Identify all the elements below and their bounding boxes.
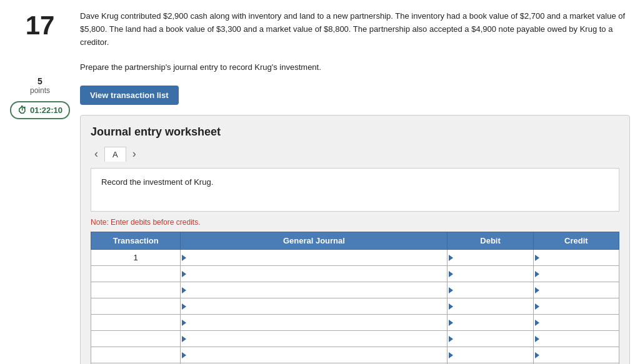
points-label: points [30, 86, 50, 95]
credit-cell[interactable] [533, 315, 619, 331]
debit-marker [449, 271, 453, 277]
indent-marker [182, 303, 186, 310]
problem-text: Dave Krug contributed $2,900 cash along … [80, 10, 630, 49]
debit-marker [449, 320, 453, 326]
general-journal-cell[interactable] [181, 331, 448, 347]
credit-cell[interactable] [533, 250, 619, 266]
timer-badge: ⏱ 01:22:10 [10, 101, 70, 119]
timer-icon: ⏱ [18, 105, 27, 116]
credit-cell[interactable] [533, 331, 619, 347]
general-journal-cell[interactable] [181, 266, 448, 282]
prepare-text: Prepare the partnership's journal entry … [80, 62, 630, 72]
transaction-cell [91, 282, 181, 298]
general-journal-cell[interactable] [181, 298, 448, 315]
credit-marker [535, 271, 539, 277]
table-row [91, 331, 619, 347]
debit-marker [449, 303, 453, 310]
debit-cell[interactable] [448, 347, 533, 363]
col-header-general-journal: General Journal [181, 232, 448, 250]
debit-marker [449, 352, 453, 358]
indent-marker [182, 255, 186, 261]
question-number: 17 [26, 12, 55, 39]
debit-cell[interactable] [448, 298, 533, 315]
worksheet-panel: Journal entry worksheet ‹ A › Record the… [80, 115, 630, 364]
credit-marker [535, 320, 539, 326]
debit-cell[interactable] [448, 331, 533, 347]
transaction-cell: 1 [91, 250, 181, 266]
indent-marker [182, 352, 186, 358]
debit-marker [449, 336, 453, 342]
indent-marker [182, 271, 186, 277]
credit-marker [535, 352, 539, 358]
table-row [91, 315, 619, 331]
timer-value: 01:22:10 [30, 106, 62, 115]
credit-marker [535, 255, 539, 261]
main-content: Dave Krug contributed $2,900 cash along … [80, 10, 630, 364]
points-value: 5 [30, 76, 50, 86]
credit-cell[interactable] [533, 298, 619, 315]
transaction-cell [91, 298, 181, 315]
debit-marker [449, 287, 453, 293]
note-text: Note: Enter debits before credits. [91, 218, 619, 227]
table-row [91, 266, 619, 282]
general-journal-cell[interactable] [181, 282, 448, 298]
points-section: 5 points [30, 76, 50, 95]
indent-marker [182, 336, 186, 342]
col-header-credit: Credit [533, 232, 619, 250]
col-header-transaction: Transaction [91, 232, 181, 250]
debit-cell[interactable] [448, 266, 533, 282]
transaction-cell [91, 347, 181, 363]
general-journal-cell[interactable] [181, 250, 448, 266]
table-row [91, 282, 619, 298]
indent-marker [182, 287, 186, 293]
credit-cell[interactable] [533, 282, 619, 298]
tab-navigation: ‹ A › [91, 146, 619, 162]
instruction-text: Record the investment of Krug. [101, 177, 213, 187]
nav-next-arrow[interactable]: › [129, 146, 140, 162]
credit-marker [535, 303, 539, 310]
general-journal-cell[interactable] [181, 347, 448, 363]
table-row [91, 298, 619, 315]
debit-cell[interactable] [448, 315, 533, 331]
transaction-cell [91, 331, 181, 347]
tab-a[interactable]: A [104, 147, 126, 162]
transaction-cell [91, 266, 181, 282]
worksheet-title: Journal entry worksheet [91, 125, 619, 139]
credit-marker [535, 287, 539, 293]
debit-cell[interactable] [448, 282, 533, 298]
col-header-debit: Debit [448, 232, 533, 250]
indent-marker [182, 320, 186, 326]
debit-cell[interactable] [448, 250, 533, 266]
instruction-box: Record the investment of Krug. [91, 168, 619, 212]
credit-marker [535, 336, 539, 342]
credit-cell[interactable] [533, 266, 619, 282]
general-journal-cell[interactable] [181, 315, 448, 331]
table-row [91, 347, 619, 363]
table-row: 1 [91, 250, 619, 266]
transaction-cell [91, 315, 181, 331]
nav-prev-arrow[interactable]: ‹ [91, 146, 102, 162]
left-sidebar: 17 5 points ⏱ 01:22:10 [10, 10, 70, 364]
view-transaction-button[interactable]: View transaction list [80, 86, 178, 105]
debit-marker [449, 255, 453, 261]
credit-cell[interactable] [533, 347, 619, 363]
journal-table: Transaction General Journal Debit Credit… [91, 232, 619, 364]
